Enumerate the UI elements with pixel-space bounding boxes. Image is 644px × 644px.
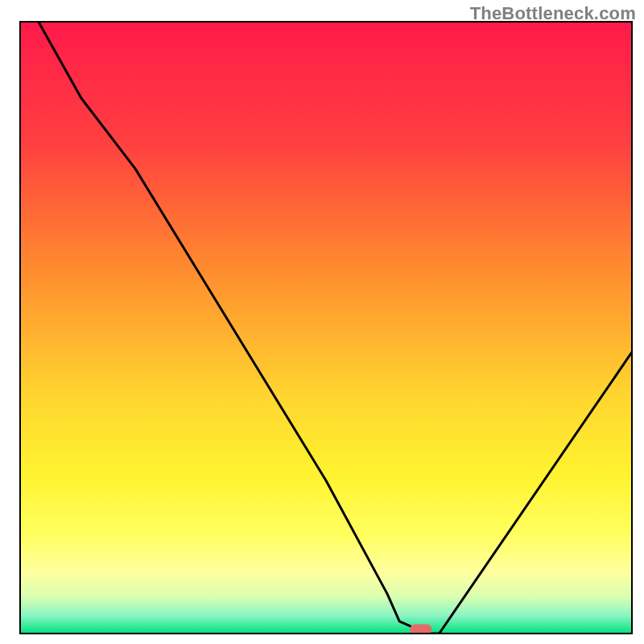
bottleneck-chart: TheBottleneck.com [0,0,644,644]
watermark-text: TheBottleneck.com [470,3,636,24]
gradient-background [20,22,632,634]
chart-canvas [0,0,644,644]
optimal-marker [410,625,431,634]
